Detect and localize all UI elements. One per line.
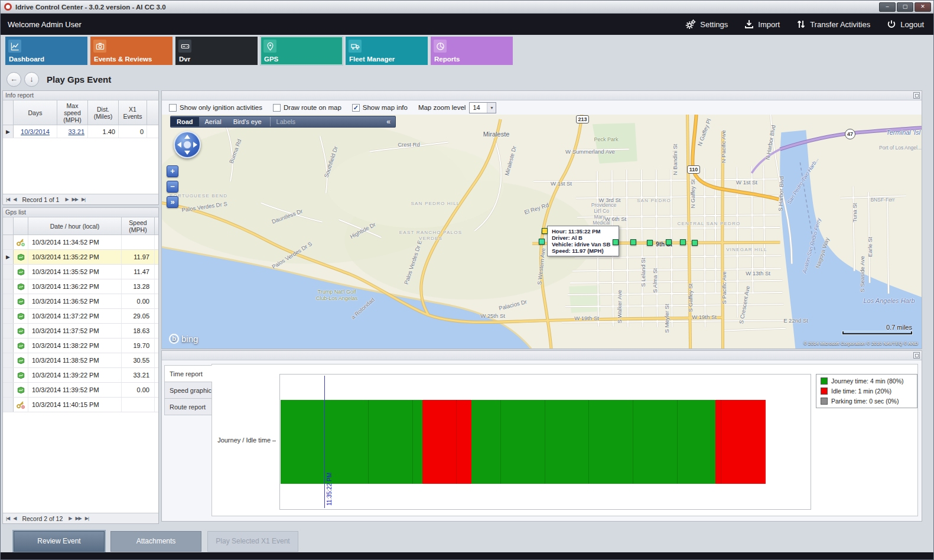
nav-tile-dvr[interactable]: Dvr	[175, 37, 258, 65]
interval-tick	[545, 400, 545, 483]
column-datetime[interactable]: Date / hour (local)	[28, 217, 122, 235]
gps-marker[interactable]	[666, 239, 672, 245]
gps-row[interactable]: 10/3/2014 11:35:52 PM11.47	[3, 265, 158, 279]
column-speed[interactable]: Speed (MPH)	[122, 217, 155, 235]
gps-row[interactable]: 10/3/2014 11:37:52 PM18.63	[3, 324, 158, 338]
interval-tick	[633, 400, 633, 483]
collapse-panel-button[interactable]	[913, 92, 920, 99]
pager-nextpage-button[interactable]: ▶▶	[72, 197, 78, 202]
gps-row[interactable]: 10/3/2014 11:34:52 PM	[3, 235, 158, 250]
gps-row[interactable]: 10/3/2014 11:36:22 PM13.28	[3, 279, 158, 294]
legend-item: Journey time: 4 min (80%)	[821, 377, 913, 385]
minimize-button[interactable]: –	[879, 2, 896, 12]
expand-button[interactable]: »	[167, 196, 178, 208]
down-button[interactable]: ↓	[24, 72, 39, 87]
gps-marker[interactable]	[542, 228, 548, 234]
nav-tile-dashboard[interactable]: Dashboard	[5, 37, 87, 65]
gps-marker[interactable]	[630, 239, 636, 245]
map-view-labels[interactable]: Labels	[270, 117, 301, 126]
gps-datetime: 10/3/2014 11:35:22 PM	[28, 250, 122, 264]
nav-tile-events-reviews[interactable]: Events & Reviews	[90, 37, 173, 65]
footer-button-attachments[interactable]: Attachments	[110, 531, 201, 552]
gps-row[interactable]: ▶10/3/2014 11:35:22 PM11.97	[3, 250, 158, 265]
tab-route-report[interactable]: Route report	[164, 398, 212, 415]
pan-west-icon[interactable]	[177, 142, 181, 148]
pager-next-button[interactable]: ▶	[69, 516, 71, 521]
days-link[interactable]: 10/3/2014	[21, 128, 50, 135]
map-viewport[interactable]: MiralestePeck ParkW Summerland AveCrest …	[162, 115, 922, 349]
pager-first-button[interactable]: |◀	[6, 197, 9, 202]
gps-list-header: Date / hour (local) Speed (MPH)	[3, 217, 158, 235]
map-scale: 0.7 miles	[842, 324, 912, 334]
pan-east-icon[interactable]	[193, 142, 197, 148]
gps-speed: 0.00	[122, 294, 155, 308]
pager-prev-button[interactable]: ◀	[13, 197, 16, 202]
pager-nextpage-button[interactable]: ▶▶	[75, 516, 81, 521]
scale-bar	[842, 331, 912, 334]
interval-tick	[588, 400, 589, 483]
close-button[interactable]: ✕	[915, 2, 931, 12]
collapse-map-menu-button[interactable]: «	[382, 118, 395, 126]
pager-last-button[interactable]: ▶|	[85, 516, 89, 521]
nav-tile-fleet-manager[interactable]: Fleet Manager	[346, 37, 428, 65]
pager-next-button[interactable]: ▶	[65, 197, 68, 202]
column-max-speed[interactable]: Max speed (MPH)	[57, 100, 88, 125]
pager-label: Record 1 of 1	[22, 196, 59, 203]
map-option-show-only-ignition-activities[interactable]: Show only ignition activities	[169, 104, 262, 112]
pager-first-button[interactable]: |◀	[6, 516, 9, 521]
gps-row[interactable]: 10/3/2014 11:37:22 PM29.05	[3, 309, 158, 324]
collapse-panel-button[interactable]	[913, 352, 920, 359]
checkbox-icon[interactable]	[273, 104, 281, 112]
map-zoom-select[interactable]: 14 ▾	[469, 102, 496, 113]
nav-tile-reports[interactable]: Reports	[431, 37, 513, 65]
back-button[interactable]: ←	[6, 72, 21, 87]
chevron-down-icon[interactable]: ▾	[487, 103, 496, 113]
gears-icon	[685, 19, 696, 30]
gps-row[interactable]: 10/3/2014 11:38:52 PM30.55	[3, 353, 158, 368]
pager-prev-button[interactable]: ◀	[13, 516, 16, 521]
checkbox-icon[interactable]: ✓	[352, 104, 360, 112]
bing-logo[interactable]: b bing	[169, 334, 198, 344]
chart-axis-label: Journey / Idle time	[212, 437, 276, 444]
pan-south-icon[interactable]	[184, 151, 190, 155]
gps-row[interactable]: 10/3/2014 11:39:52 PM0.00	[3, 383, 158, 398]
column-dist[interactable]: Dist. (Miles)	[88, 100, 119, 125]
pan-north-icon[interactable]	[184, 135, 190, 139]
maximize-button[interactable]: ▢	[897, 2, 913, 12]
map-view-bird-s-eye[interactable]: Bird's eye	[227, 117, 268, 126]
gps-row[interactable]: 10/3/2014 11:40:15 PM	[3, 398, 158, 412]
window-title: Idrive Control Center - 3.0.2 version - …	[15, 4, 878, 11]
checkbox-icon[interactable]	[169, 104, 177, 112]
gps-row[interactable]: 10/3/2014 11:38:22 PM19.70	[3, 338, 158, 353]
map-view-aerial[interactable]: Aerial	[199, 117, 227, 126]
map-compass[interactable]	[174, 131, 201, 158]
zoom-out-button[interactable]: −	[167, 181, 178, 193]
column-x1-events[interactable]: X1 Events	[119, 100, 147, 125]
gps-row[interactable]: 10/3/2014 11:39:22 PM33.21	[3, 368, 158, 383]
footer-button-review-event[interactable]: Review Event	[14, 531, 105, 552]
legend-label: Idle time: 1 min (20%)	[831, 388, 891, 395]
nav-tile-gps[interactable]: GPS	[261, 37, 343, 65]
tab-speed-graphic[interactable]: Speed graphic	[164, 382, 212, 399]
map-view-road[interactable]: Road	[171, 117, 199, 126]
info-report-row[interactable]: ▶ 10/3/2014 33.21 1.40 0	[3, 125, 158, 138]
topbar-action-transfer-activities[interactable]: Transfer Activities	[796, 19, 870, 29]
pager-last-button[interactable]: ▶|	[82, 197, 85, 202]
topbar-action-settings[interactable]: Settings	[685, 19, 728, 30]
bing-logo-text: bing	[181, 334, 198, 344]
max-speed-link[interactable]: 33.21	[68, 128, 84, 135]
topbar-action-logout[interactable]: Logout	[887, 19, 924, 29]
gps-marker[interactable]	[647, 240, 653, 246]
topbar-action-import[interactable]: Import	[744, 19, 780, 29]
gps-marker[interactable]	[680, 239, 686, 245]
vehicle-icon	[14, 324, 28, 338]
gps-row[interactable]: 10/3/2014 11:36:52 PM0.00	[3, 294, 158, 309]
map-option-show-map-info[interactable]: ✓Show map info	[352, 104, 408, 112]
gps-marker[interactable]	[613, 239, 619, 245]
column-days[interactable]: Days	[14, 100, 57, 125]
map-option-draw-route-on-map[interactable]: Draw route on map	[273, 104, 341, 112]
gps-marker[interactable]	[539, 239, 545, 245]
zoom-in-button[interactable]: +	[167, 165, 178, 177]
gps-marker[interactable]	[692, 240, 698, 246]
tab-time-report[interactable]: Time report	[164, 365, 212, 382]
